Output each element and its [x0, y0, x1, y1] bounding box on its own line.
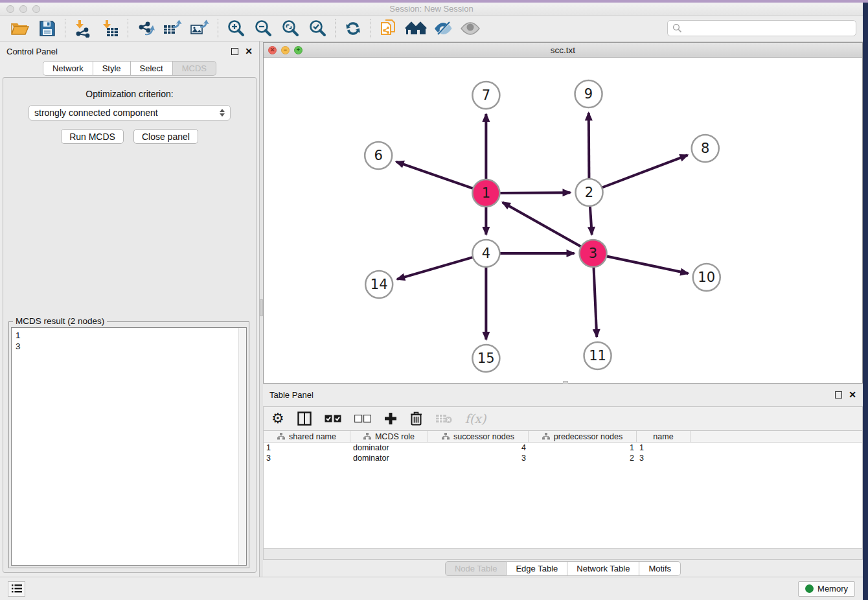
table-cell[interactable]: 1	[264, 443, 350, 452]
graph-edge-2-9[interactable]	[589, 113, 589, 180]
apply-function-icon[interactable]: f(x)	[465, 411, 486, 426]
network-graph-canvas[interactable]: 7968124314101511	[264, 58, 862, 383]
close-panel-button[interactable]: Close panel	[133, 129, 198, 144]
save-session-icon[interactable]	[34, 17, 61, 40]
add-column-icon[interactable]	[384, 412, 397, 425]
graph-node-label: 1	[482, 185, 490, 201]
graph-node-label: 15	[477, 350, 495, 366]
import-table-icon[interactable]	[97, 17, 124, 40]
optimization-criterion-select[interactable]: strongly connected component	[29, 105, 231, 121]
graph-node-label: 2	[585, 184, 593, 200]
column-header-name[interactable]: name	[637, 431, 691, 442]
table-cell[interactable]: 2	[529, 454, 637, 463]
table-cell[interactable]: 1	[637, 443, 691, 452]
list-icon	[12, 584, 22, 593]
graph-node-label: 4	[482, 245, 490, 261]
mcds-result-box: MCDS result (2 nodes) 1 3	[8, 321, 249, 568]
table-horizontal-scrollbar[interactable]	[264, 548, 862, 559]
toolbar-separator	[371, 19, 371, 38]
table-panel-header: Table Panel ✕	[263, 385, 863, 404]
hierarchy-icon	[363, 433, 371, 440]
table-float-window-icon[interactable]	[835, 391, 842, 398]
toolbar-separator	[218, 19, 218, 38]
graph-edge-4-14[interactable]	[397, 257, 474, 279]
show-all-networks-icon[interactable]	[402, 17, 429, 40]
import-network-icon[interactable]	[69, 17, 97, 40]
graph-node-label: 8	[701, 140, 709, 156]
table-row[interactable]: 1dominator411	[264, 443, 862, 453]
graph-edge-3-11[interactable]	[593, 266, 597, 337]
table-cell[interactable]: dominator	[350, 454, 428, 463]
select-all-checkboxes-icon[interactable]	[325, 415, 341, 423]
window-title: Session: New Session	[0, 4, 863, 14]
run-mcds-button[interactable]: Run MCDS	[61, 129, 124, 144]
deselect-all-checkboxes-icon[interactable]	[354, 415, 371, 423]
column-header-predecessor-nodes[interactable]: predecessor nodes	[529, 431, 637, 442]
column-header-mcds-role[interactable]: MCDS role	[350, 431, 428, 442]
tab-network-table[interactable]: Network Table	[567, 561, 639, 576]
control-panel-tabs: Network Style Select MCDS	[0, 61, 259, 76]
status-bar: Memory	[0, 577, 863, 600]
show-graphics-icon[interactable]	[457, 17, 484, 40]
close-panel-icon[interactable]: ✕	[245, 48, 253, 55]
tab-node-table[interactable]: Node Table	[445, 561, 507, 576]
search-input[interactable]	[667, 20, 856, 36]
tab-network[interactable]: Network	[43, 61, 93, 76]
tab-edge-table[interactable]: Edge Table	[507, 561, 567, 576]
graph-node-label: 7	[482, 87, 490, 103]
zoom-out-icon[interactable]	[249, 17, 277, 40]
graph-edge-1-2[interactable]	[498, 192, 570, 193]
hierarchy-icon	[442, 433, 450, 440]
tab-select[interactable]: Select	[131, 61, 173, 76]
task-history-button[interactable]	[8, 581, 25, 597]
tab-style[interactable]: Style	[93, 61, 131, 76]
graph-edge-2-8[interactable]	[600, 155, 687, 188]
result-scrollbar[interactable]	[238, 328, 246, 565]
export-network-icon[interactable]	[132, 17, 159, 40]
toolbar-separator	[335, 19, 336, 38]
table-cell[interactable]: 4	[428, 443, 529, 452]
graph-edge-1-6[interactable]	[396, 162, 475, 189]
zoom-selected-icon[interactable]	[304, 17, 331, 40]
first-neighbors-icon[interactable]	[375, 17, 402, 40]
control-panel-header: Control Panel ✕	[0, 41, 259, 61]
open-session-icon[interactable]	[6, 17, 34, 40]
zoom-in-icon[interactable]	[222, 17, 249, 40]
table-cell[interactable]: 3	[264, 454, 350, 463]
mcds-panel-content: Optimization criterion: strongly connect…	[3, 77, 257, 573]
search-field[interactable]	[686, 23, 851, 33]
float-window-icon[interactable]	[231, 48, 238, 55]
graph-edge-3-10[interactable]	[605, 256, 688, 273]
export-table-icon[interactable]	[159, 17, 187, 40]
table-settings-icon[interactable]: ⚙	[271, 410, 284, 427]
column-header-filler	[691, 431, 862, 442]
table-cell[interactable]: 1	[529, 443, 637, 452]
network-window-titlebar[interactable]: ✕ − + scc.txt	[264, 43, 862, 58]
delete-table-icon[interactable]	[435, 413, 452, 424]
memory-button[interactable]: Memory	[798, 581, 855, 597]
zoom-fit-icon[interactable]	[277, 17, 304, 40]
table-close-panel-icon[interactable]: ✕	[849, 391, 856, 398]
column-header-shared-name[interactable]: shared name	[264, 431, 350, 442]
graph-edge-2-3[interactable]	[590, 205, 592, 235]
hide-selected-icon[interactable]	[429, 17, 457, 40]
column-layout-icon[interactable]	[297, 411, 312, 426]
column-header-successor-nodes[interactable]: successor nodes	[428, 431, 529, 442]
control-panel-title: Control Panel	[6, 47, 58, 56]
tab-motifs[interactable]: Motifs	[639, 561, 681, 576]
chevron-updown-icon	[220, 109, 225, 117]
network-resize-handle[interactable]	[563, 381, 568, 384]
refresh-layout-icon[interactable]	[339, 17, 367, 40]
table-cell[interactable]: 3	[428, 454, 529, 463]
table-cell[interactable]: dominator	[350, 443, 428, 452]
delete-column-icon[interactable]	[410, 411, 422, 426]
memory-status-icon	[805, 584, 814, 593]
export-image-icon[interactable]	[187, 17, 214, 40]
tab-mcds[interactable]: MCDS	[173, 61, 216, 76]
table-header-row: shared name MCDS role successor nodes	[264, 431, 862, 443]
graph-edge-3-1[interactable]	[503, 202, 582, 247]
table-cell[interactable]: 3	[637, 454, 691, 463]
network-window-title: scc.txt	[264, 45, 862, 55]
graph-node-label: 6	[374, 147, 383, 163]
table-row[interactable]: 3dominator323	[264, 453, 862, 463]
